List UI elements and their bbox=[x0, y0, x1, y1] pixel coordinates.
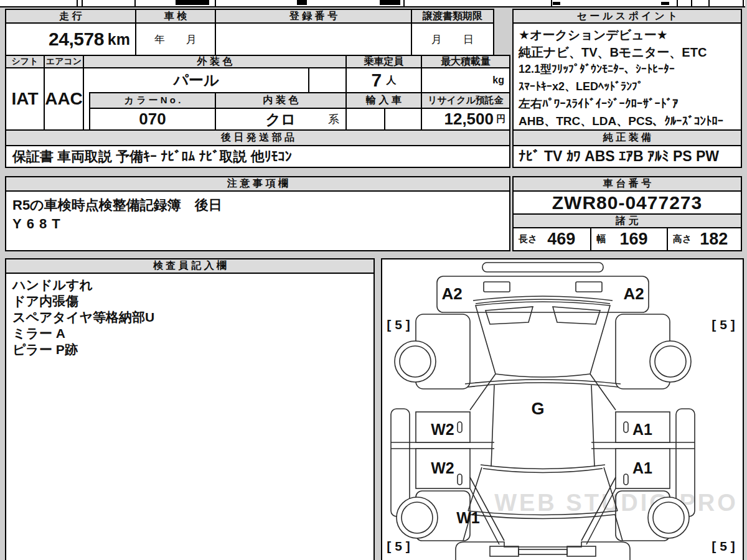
tire-grade-front-right: [ 5 ] bbox=[712, 317, 735, 332]
rear-wheel-left bbox=[397, 497, 438, 538]
color-no-header: カ ラ ー N o . bbox=[89, 92, 216, 109]
transfer-deadline-value: 月 日 bbox=[411, 22, 494, 56]
height-cell: 高さ 182 bbox=[667, 227, 742, 251]
shift-header: シフト bbox=[5, 55, 45, 68]
damage-label-roof: G bbox=[531, 399, 544, 418]
scan-artifact bbox=[297, 0, 307, 5]
inspector-line: ミラー A bbox=[12, 325, 367, 342]
sales-point-line: ★オークションデビュー★ bbox=[519, 27, 736, 44]
rear-wheel-right bbox=[648, 497, 689, 538]
notes-line: R5の車検時点検整備記録簿 後日 bbox=[12, 196, 503, 215]
notes-body: R5の車検時点検整備記録簿 後日 Y68T bbox=[5, 190, 510, 251]
car-diagram-panel: WEB STUDIO.PRO bbox=[381, 258, 744, 560]
windshield bbox=[476, 302, 610, 377]
interior-color-name: クロ bbox=[265, 110, 296, 129]
length-value: 469 bbox=[537, 230, 585, 249]
recycle-number: 12,500 bbox=[444, 110, 494, 129]
cowl-strip bbox=[473, 296, 613, 304]
max-load-unit: kg bbox=[492, 75, 504, 86]
wiper-right bbox=[553, 307, 600, 324]
width-cell: 幅 169 bbox=[590, 227, 668, 251]
mileage-header: 走 行 bbox=[5, 9, 136, 24]
inspection-header: 車 検 bbox=[135, 9, 216, 24]
import-value-right bbox=[384, 108, 422, 131]
taillight-right bbox=[567, 546, 596, 556]
hood-panel bbox=[437, 276, 649, 312]
capacity-header: 乗車定員 bbox=[345, 55, 422, 68]
sales-point-line: AHB、TRC、LDA、PCS、ｸﾙｰｽﾞｺﾝﾄﾛｰ bbox=[519, 113, 736, 130]
import-header: 輸 入 車 bbox=[345, 92, 422, 109]
damage-label-door-front-right: A1 bbox=[632, 421, 652, 438]
mileage-unit: km bbox=[108, 30, 130, 49]
recycle-unit: 円 bbox=[496, 113, 505, 125]
inspector-line: ドア内張傷 bbox=[12, 293, 367, 309]
sales-point-line: ｽﾏｰﾄｷｰx2、LEDﾍｯﾄﾞﾗﾝﾌﾟ bbox=[519, 78, 736, 96]
divider bbox=[82, 0, 83, 6]
exterior-color-extra bbox=[308, 67, 347, 93]
divider bbox=[551, 0, 552, 6]
divider bbox=[134, 0, 136, 6]
damage-label-hood-left: A2 bbox=[441, 284, 462, 303]
aircon-value: AAC bbox=[44, 67, 84, 131]
registration-header: 登 録 番 号 bbox=[215, 9, 412, 24]
roof-sides bbox=[491, 385, 594, 467]
scan-artifact bbox=[661, 2, 669, 5]
car-top-view-diagram: WEB STUDIO.PRO bbox=[382, 259, 743, 560]
sales-point-line: 純正ナビ、TV、Bモニター、ETC bbox=[519, 44, 736, 62]
shipped-parts-value: 保証書 車両取説 予備ｷｰ ﾅﾋﾞﾛﾑ ﾅﾋﾞ取説 他ﾘﾓｺﾝ bbox=[5, 145, 510, 168]
color-no-value: 070 bbox=[89, 108, 216, 131]
width-label: 幅 bbox=[596, 233, 606, 245]
inspector-line: ハンドルすれ bbox=[12, 277, 367, 293]
notes-header: 注 意 事 項 欄 bbox=[5, 176, 510, 192]
auction-sheet: 走 行 車 検 登 録 番 号 譲渡書類期限 24,578 km 年 月 月 日… bbox=[0, 0, 747, 560]
chassis-number-value: ZWR80-0477273 bbox=[512, 190, 742, 215]
divider bbox=[708, 0, 710, 6]
sill-rails bbox=[391, 442, 695, 449]
recycle-deposit-header: リサイクル預託金 bbox=[421, 92, 510, 109]
max-load-header: 最大積載量 bbox=[421, 55, 510, 68]
cut-off-row bbox=[0, 0, 745, 7]
scan-artifact bbox=[553, 2, 560, 5]
rear-garnish-bar bbox=[519, 549, 567, 554]
damage-label-door-rear-left: W2 bbox=[431, 459, 454, 477]
shipped-parts-header: 後 日 発 送 部 品 bbox=[5, 129, 510, 146]
inspector-line: ピラー P跡 bbox=[12, 342, 367, 358]
capacity-number: 7 bbox=[371, 70, 381, 91]
mileage-number: 24,578 bbox=[49, 29, 104, 50]
genuine-equipment-value: ﾅﾋﾞ TV ｶﾜ ABS ｴｱB ｱﾙﾐ PS PW bbox=[512, 145, 742, 168]
sales-point-line: 左右ﾊﾟﾜｰｽﾗｲﾄﾞｲｰｼﾞｰｸﾛｰｻﾞｰﾄﾞｱ bbox=[519, 95, 736, 113]
tire-grade-front-left: [ 5 ] bbox=[387, 317, 410, 332]
interior-color-header: 内 装 色 bbox=[215, 92, 347, 109]
damage-label-quarter-rear-left: W1 bbox=[456, 509, 480, 526]
tire-grade-rear-right: [ 5 ] bbox=[712, 539, 735, 553]
front-wheel-left bbox=[395, 341, 436, 382]
mileage-value: 24,578 km bbox=[5, 22, 136, 56]
width-value: 169 bbox=[606, 230, 662, 249]
length-label: 長さ bbox=[519, 233, 537, 245]
registration-value bbox=[215, 22, 412, 56]
damage-label-door-rear-right: A1 bbox=[632, 459, 652, 477]
capacity-value: 7 人 bbox=[345, 67, 422, 93]
headlight-left bbox=[484, 282, 510, 292]
rear-window-top bbox=[481, 465, 605, 473]
inspector-body: ハンドルすれ ドア内張傷 スペアタイヤ等格納部U ミラー A ピラー P跡 bbox=[5, 273, 375, 560]
shift-value: IAT bbox=[5, 67, 45, 131]
recycle-deposit-value: 12,500 円 bbox=[421, 108, 510, 131]
front-wheel-right bbox=[650, 341, 691, 382]
wiper-left bbox=[486, 307, 533, 324]
divider bbox=[403, 0, 405, 6]
length-cell: 長さ 469 bbox=[512, 227, 591, 251]
transfer-deadline-header: 譲渡書類期限 bbox=[411, 9, 494, 24]
front-bumper-bar bbox=[482, 263, 603, 272]
divider bbox=[691, 0, 692, 6]
rear-bumper bbox=[456, 542, 630, 560]
sales-point-line: 12.1型ﾌﾘｯﾌﾟﾀﾞｳﾝﾓﾆﾀｰ、ｼｰﾄﾋｰﾀｰ bbox=[519, 61, 736, 78]
chassis-number-header: 車 台 番 号 bbox=[512, 176, 742, 192]
inspector-header: 検 査 員 記 入 欄 bbox=[5, 258, 375, 274]
height-label: 高さ bbox=[673, 233, 692, 245]
interior-color-value: クロ 系 bbox=[215, 108, 347, 131]
inspection-value: 年 月 bbox=[135, 22, 216, 56]
inspector-line: スペアタイヤ等格納部U bbox=[12, 309, 367, 325]
divider bbox=[677, 0, 678, 6]
tire-grade-rear-left: [ 5 ] bbox=[387, 539, 410, 553]
